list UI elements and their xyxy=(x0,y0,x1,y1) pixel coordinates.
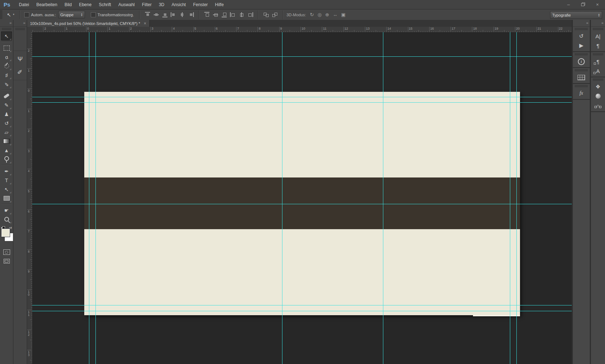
swatches-panel-button[interactable] xyxy=(573,73,590,82)
menu-item-bild[interactable]: Bild xyxy=(61,2,75,7)
toolbar-header[interactable]: » xyxy=(0,20,13,27)
align-right-edges-icon[interactable] xyxy=(188,12,194,17)
panel-group-grip[interactable] xyxy=(575,85,588,87)
lasso-tool[interactable]: α◢ xyxy=(1,52,12,61)
eyedropper-tool[interactable]: ✎◢ xyxy=(1,80,12,89)
panel-group-grip[interactable] xyxy=(575,28,588,30)
canvas-pasteboard[interactable] xyxy=(32,32,572,364)
brush-panel-button[interactable]: ✎ xyxy=(13,65,27,78)
history-brush-tool[interactable]: ↺◢ xyxy=(1,119,12,128)
distribute-left-edges-icon[interactable] xyxy=(230,12,236,17)
paths-panel-button[interactable]: ∩ xyxy=(591,101,605,110)
quick-selection-tool[interactable]: ◢ xyxy=(1,61,12,70)
options-bar-grip[interactable] xyxy=(0,10,3,19)
workspace-switcher[interactable]: Typografie ▲▼ xyxy=(550,11,602,19)
minimize-button[interactable]: – xyxy=(564,2,573,7)
panel-group-grip[interactable] xyxy=(575,53,588,56)
distribute-heights-icon[interactable] xyxy=(272,12,278,17)
pen-tool[interactable]: ✒◢ xyxy=(1,167,12,176)
collapse-chevron-icon[interactable]: » xyxy=(9,21,11,25)
rectangle-tool[interactable]: ◢ xyxy=(1,194,12,203)
auto-select-checkbox[interactable] xyxy=(24,12,29,17)
actions-panel-button[interactable]: ▶ xyxy=(573,41,590,50)
distribute-bottom-edges-icon[interactable] xyxy=(221,12,227,17)
brush-tool[interactable]: ✎◢ xyxy=(1,100,12,110)
menu-item-datei[interactable]: Datei xyxy=(15,2,33,7)
show-transform-controls-checkbox[interactable] xyxy=(91,12,96,17)
align-top-edges-icon[interactable] xyxy=(145,12,150,17)
menu-item-ansicht[interactable]: Ansicht xyxy=(168,2,189,7)
paragraph-panel-button[interactable]: ¶ xyxy=(591,41,605,50)
rectangular-marquee-tool[interactable]: ◢ xyxy=(1,43,12,52)
vertical-ruler[interactable]: 2101234567891 01 11 21 3 xyxy=(27,32,33,364)
3d-pan-icon[interactable]: ⊕ xyxy=(325,12,329,17)
hand-tool[interactable]: ☛◢ xyxy=(1,206,12,215)
auto-select-target-dropdown[interactable]: Gruppe ▲▼ xyxy=(58,11,85,18)
channels-panel-button[interactable] xyxy=(591,91,605,101)
3d-orbit-icon[interactable]: ↻ xyxy=(310,12,314,17)
3d-roll-icon[interactable]: ◎ xyxy=(318,12,321,17)
path-selection-tool[interactable]: ↖◢ xyxy=(1,185,12,194)
menu-item-schrift[interactable]: Schrift xyxy=(95,2,115,7)
menu-item-ebene[interactable]: Ebene xyxy=(75,2,95,7)
distribute-horizontal-centers-icon[interactable] xyxy=(239,12,244,17)
3d-slide-icon[interactable]: ↔ xyxy=(333,12,337,17)
left-dock-header[interactable]: » xyxy=(13,20,27,27)
layers-panel-button[interactable]: ❖ xyxy=(591,82,605,91)
left-dock-grip[interactable] xyxy=(15,28,25,30)
collapse-chevron-icon[interactable]: » xyxy=(23,21,25,25)
collapse-chevron-icon[interactable]: « xyxy=(586,21,588,25)
move-tool[interactable]: ↖◢ xyxy=(1,31,12,40)
align-left-edges-icon[interactable] xyxy=(171,12,176,17)
character-styles-panel-button[interactable]: A xyxy=(591,66,605,76)
restore-button[interactable] xyxy=(578,2,588,7)
tool-preset-picker[interactable]: ↖ ▼ xyxy=(5,12,16,18)
menu-item-fenster[interactable]: Fenster xyxy=(189,2,212,7)
eraser-tool[interactable]: ▱◢ xyxy=(1,128,12,137)
crop-tool[interactable]: ♯◢ xyxy=(1,70,12,80)
quick-mask-mode-button[interactable] xyxy=(1,248,12,257)
distribute-widths-icon[interactable] xyxy=(263,12,269,17)
history-panel-button[interactable]: ↺ xyxy=(573,31,590,41)
brush-presets-panel-button[interactable]: Ψ xyxy=(13,53,27,65)
menu-item-3d[interactable]: 3D xyxy=(155,2,168,7)
info-panel-button[interactable]: i xyxy=(573,57,590,66)
3d-camera-icon[interactable]: ▣ xyxy=(341,12,345,17)
close-button[interactable]: × xyxy=(593,2,602,7)
menu-item-auswahl[interactable]: Auswahl xyxy=(115,2,138,7)
distribute-right-edges-icon[interactable] xyxy=(247,12,253,17)
gradient-tool[interactable]: ◢ xyxy=(1,137,12,146)
menu-item-bearbeiten[interactable]: Bearbeiten xyxy=(33,2,61,7)
document-page[interactable] xyxy=(84,92,520,315)
type-tool[interactable]: T◢ xyxy=(1,176,12,185)
panel-group-grip[interactable] xyxy=(593,78,603,81)
foreground-color-swatch[interactable] xyxy=(1,229,10,237)
zoom-tool[interactable]: ◢ xyxy=(1,215,12,224)
paragraph-styles-panel-button[interactable]: ¶ xyxy=(591,57,605,66)
clone-stamp-tool[interactable]: ♟◢ xyxy=(1,110,12,119)
close-tab-icon[interactable]: × xyxy=(144,21,146,26)
styles-panel-button[interactable]: fx xyxy=(573,89,590,98)
blur-tool[interactable]: ▲◢ xyxy=(1,146,12,155)
distribute-vertical-centers-icon[interactable] xyxy=(213,12,218,17)
menu-item-hilfe[interactable]: Hilfe xyxy=(212,2,227,7)
distribute-top-edges-icon[interactable] xyxy=(204,12,210,17)
collapse-chevron-icon[interactable]: « xyxy=(601,21,603,25)
right-dock-header-outer[interactable]: « xyxy=(591,20,605,27)
menu-item-filter[interactable]: Filter xyxy=(139,2,155,7)
panel-group-grip[interactable] xyxy=(593,28,603,30)
screen-mode-button[interactable] xyxy=(1,257,12,266)
horizontal-ruler[interactable]: 21012345678910111213141516171819202122 xyxy=(32,27,572,33)
align-horizontal-centers-icon[interactable] xyxy=(179,12,185,17)
character-panel-button[interactable]: A| xyxy=(591,31,605,41)
align-bottom-edges-icon[interactable] xyxy=(162,12,168,17)
right-dock-header-inner[interactable]: « xyxy=(573,20,590,27)
panel-group-grip[interactable] xyxy=(575,69,588,72)
spot-healing-brush-tool[interactable]: ◢ xyxy=(1,91,12,100)
ruler-unit-tick xyxy=(322,27,322,32)
toolbar-grip[interactable] xyxy=(2,28,11,30)
dodge-tool[interactable]: ◢ xyxy=(1,155,12,164)
panel-group-grip[interactable] xyxy=(593,53,603,56)
align-vertical-centers-icon[interactable] xyxy=(153,12,159,17)
document-tab[interactable]: 100x100mm_4s.psd bei 50% (Vektor-Smartob… xyxy=(27,20,150,27)
